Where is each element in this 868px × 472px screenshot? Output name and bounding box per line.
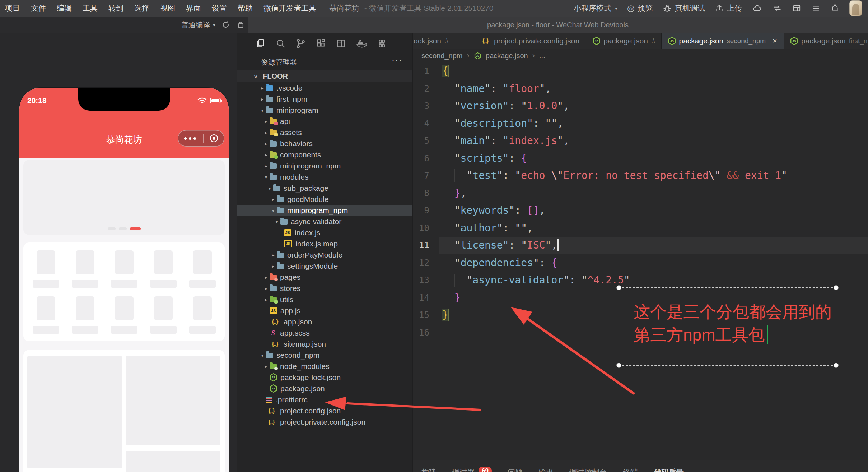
tree-closed-arrow-icon[interactable]: ▸ [262, 119, 270, 124]
tree-item-index-js-map[interactable]: JSindex.js.map [237, 238, 412, 249]
more-dots-icon[interactable] [184, 137, 196, 140]
tree-closed-arrow-icon[interactable]: ▸ [262, 152, 270, 158]
tree-closed-arrow-icon[interactable]: ▸ [270, 252, 277, 258]
resize-handle[interactable] [616, 363, 621, 368]
refresh-icon[interactable] [221, 20, 230, 29]
tree-item-miniprogram-npm[interactable]: ▸miniprogram_npm [237, 160, 412, 171]
code-line-12[interactable]: 12 "dependencies": { [413, 254, 868, 272]
layout-report-icon[interactable] [336, 38, 346, 49]
editor-tab-package-json-second-npm[interactable]: JSpackage.jsonsecond_npm× [662, 33, 784, 49]
code-line-8[interactable]: 8 }, [413, 185, 868, 202]
tree-item-first-npm[interactable]: ▸first_npm [237, 93, 412, 105]
tree-item-project-config-json[interactable]: {..}project.config.json [237, 405, 412, 416]
tree-closed-arrow-icon[interactable]: ▸ [262, 297, 270, 302]
tree-item-pages[interactable]: ▸pages [237, 272, 412, 283]
more-actions-icon[interactable]: ··· [392, 55, 402, 65]
code-line-1[interactable]: 1{ [413, 63, 868, 80]
code-line-7[interactable]: 7 "test": "echo \"Error: no test specifi… [413, 167, 868, 185]
tree-item-node-modules[interactable]: ▸node_modules [237, 361, 412, 372]
menu-item[interactable]: 编辑 [57, 3, 72, 13]
panel-tab-item[interactable]: 调试控制台 [569, 467, 607, 472]
menu-item[interactable]: 设置 [212, 3, 227, 13]
tree-open-arrow-icon[interactable]: ▾ [273, 219, 280, 225]
tree-item-async-validator[interactable]: ▾async-validator [237, 216, 412, 227]
tree-item-vscode[interactable]: ▸.vscode [237, 82, 412, 93]
panel-tab-item[interactable]: 代码质量 [654, 467, 684, 472]
code-line-5[interactable]: 5 "main": "index.js", [413, 132, 868, 150]
resize-handle[interactable] [834, 285, 839, 290]
panel-tab-item[interactable]: 输出 [538, 467, 554, 472]
menu-item[interactable]: 帮助 [238, 3, 253, 13]
editor-tab-package-json-first-npm[interactable]: JSpackage.jsonfirst_npm [784, 33, 868, 49]
resize-handle[interactable] [834, 363, 839, 368]
clear-cache-icon[interactable] [236, 20, 245, 29]
preview-button[interactable]: ◎ 预览 [627, 3, 653, 13]
menu-item[interactable]: 工具 [83, 3, 98, 13]
tree-closed-arrow-icon[interactable]: ▸ [259, 96, 266, 102]
bell-icon[interactable] [830, 4, 840, 13]
tree-closed-arrow-icon[interactable]: ▸ [259, 85, 266, 91]
panel-tab-item[interactable]: 调试器69 [452, 467, 492, 472]
tree-closed-arrow-icon[interactable]: ▸ [262, 130, 270, 135]
tree-open-arrow-icon[interactable]: ▾ [262, 174, 270, 180]
tree-item-stores[interactable]: ▸stores [237, 283, 412, 294]
tree-item-modules[interactable]: ▾modules [237, 171, 412, 182]
code-line-9[interactable]: 9 "keywords": [], [413, 202, 868, 219]
capsule-button[interactable] [178, 130, 224, 147]
code-line-11[interactable]: 11 "license": "ISC", [413, 237, 868, 254]
tree-item-sub-package[interactable]: ▾sub_package [237, 182, 412, 194]
tree-open-arrow-icon[interactable]: ▾ [270, 208, 277, 213]
git-branch-icon[interactable] [295, 38, 306, 49]
tree-closed-arrow-icon[interactable]: ▸ [270, 196, 277, 202]
search-icon[interactable] [275, 38, 286, 49]
tree-closed-arrow-icon[interactable]: ▸ [270, 263, 277, 269]
menu-item[interactable]: 界面 [186, 3, 201, 13]
tree-closed-arrow-icon[interactable]: ▸ [262, 286, 270, 291]
tree-closed-arrow-icon[interactable]: ▸ [262, 364, 270, 369]
tree-item-miniprogram-npm[interactable]: ▾miniprogram_npm [237, 205, 412, 216]
breadcrumb-folder[interactable]: second_npm [421, 52, 463, 60]
tree-item-project-private-config-json[interactable]: {..}project.private.config.json [237, 416, 412, 427]
switch-arrows-icon[interactable] [772, 4, 782, 13]
extensions-icon[interactable] [316, 38, 326, 49]
code-line-6[interactable]: 6 "scripts": { [413, 150, 868, 167]
panel-tab-item[interactable]: 终端 [623, 467, 638, 472]
tree-closed-arrow-icon[interactable]: ▸ [262, 163, 270, 169]
tree-item-miniprogram[interactable]: ▾miniprogram [237, 105, 412, 116]
tree-item-sitemap-json[interactable]: {..}sitemap.json [237, 338, 412, 350]
tree-open-arrow-icon[interactable]: ▾ [259, 352, 266, 358]
tree-open-arrow-icon[interactable]: ▾ [259, 107, 266, 113]
compile-mode-select[interactable]: 普通编译 ▾ [181, 20, 215, 30]
code-line-4[interactable]: 4 "description": "", [413, 115, 868, 133]
code-line-3[interactable]: 3 "version": "1.0.0", [413, 97, 868, 115]
resize-handle[interactable] [616, 285, 621, 290]
tree-open-arrow-icon[interactable]: ▾ [266, 185, 273, 191]
tree-item-orderpaymodule[interactable]: ▸orderPayModule [237, 249, 412, 260]
menu-item[interactable]: 视图 [160, 3, 175, 13]
panel-tab-item[interactable]: 问题 [508, 467, 523, 472]
mode-select-button[interactable]: 小程序模式 ▾ [574, 3, 617, 13]
menu-item[interactable]: 转到 [108, 3, 123, 13]
menu-item[interactable]: 微信开发者工具 [263, 3, 316, 13]
atom-orbit-icon[interactable] [377, 38, 387, 49]
close-icon[interactable]: × [773, 36, 777, 46]
cloud-icon[interactable] [752, 4, 762, 13]
editor-tab-ock-json[interactable]: ock.json.\ [413, 33, 473, 49]
remote-debug-button[interactable]: 真机调试 [662, 3, 705, 13]
tree-item-app-scss[interactable]: Sapp.scss [237, 327, 412, 338]
menu-item[interactable]: 项目 [5, 3, 20, 13]
tree-item-settingsmodule[interactable]: ▸settingsModule [237, 260, 412, 272]
files-icon[interactable] [255, 38, 266, 49]
upload-button[interactable]: 上传 [715, 3, 742, 13]
code-line-2[interactable]: 2 "name": "floor", [413, 80, 868, 98]
code-line-13[interactable]: 13 "async-validator": "^4.2.5" [413, 272, 868, 289]
editor-tab-package-json[interactable]: JSpackage.json.\ [586, 33, 662, 49]
docker-icon[interactable] [356, 38, 367, 49]
layout-window-icon[interactable] [792, 4, 802, 13]
annotation-text-box[interactable]: 这个是三个分包都会用到的 第三方npm工具包 [619, 287, 836, 366]
tree-item-behaviors[interactable]: ▸behaviors [237, 138, 412, 149]
menu-item[interactable]: 文件 [31, 3, 46, 13]
tree-item-components[interactable]: ▸components [237, 149, 412, 160]
project-root-row[interactable]: ∨ FLOOR [237, 70, 412, 82]
tree-item-package-lock-json[interactable]: JSpackage-lock.json [237, 372, 412, 383]
